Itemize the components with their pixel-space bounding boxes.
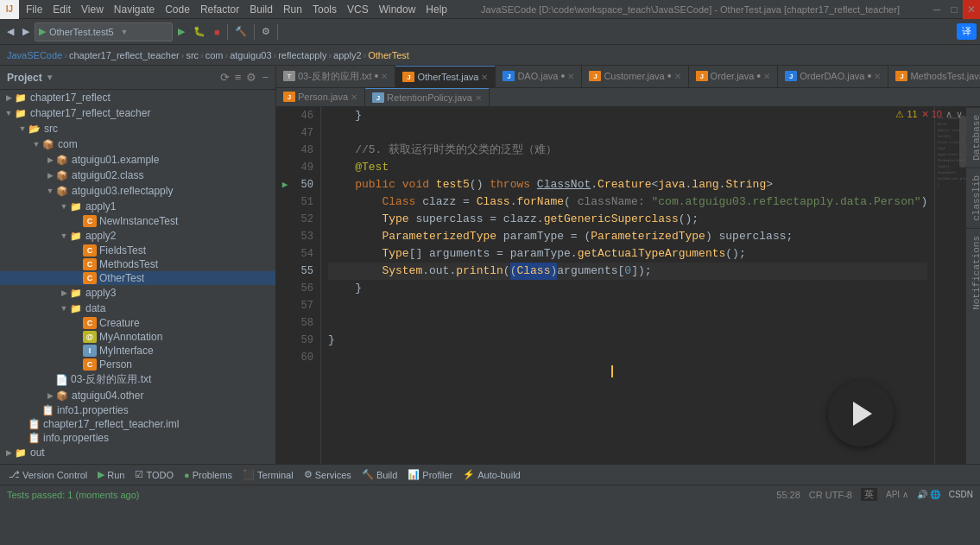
tab-orderdao[interactable]: J OrderDAO.java • ✕ xyxy=(778,66,888,87)
menu-run[interactable]: Run xyxy=(278,0,307,18)
tab-dao-close[interactable]: ✕ xyxy=(567,72,574,81)
toolbar-forward-btn[interactable]: ▶ xyxy=(19,24,33,39)
tree-item-src2[interactable]: 📂 src xyxy=(0,460,275,464)
stop-btn[interactable]: ■ xyxy=(211,25,224,39)
tree-item-FieldsTest[interactable]: C FieldsTest xyxy=(0,244,275,257)
run-btn-bottom[interactable]: ▶ Run xyxy=(92,468,130,481)
tree-item-atguigu01[interactable]: ▶ 📦 atguigu01.example xyxy=(0,152,275,168)
tree-item-atguigu03[interactable]: ▼ 📦 atguigu03.reflectapply xyxy=(0,183,275,199)
up-arrow-icon[interactable]: ∧ xyxy=(945,109,952,120)
sidebar-icon-hide[interactable]: − xyxy=(262,71,269,84)
tree-item-apply1[interactable]: ▼ 📁 apply1 xyxy=(0,199,275,214)
menu-edit[interactable]: Edit xyxy=(47,0,76,18)
version-control-btn[interactable]: ⎇ Version Control xyxy=(3,468,92,481)
tree-item-Creature[interactable]: C Creature xyxy=(0,316,275,330)
right-tab-database[interactable]: Database xyxy=(966,107,980,168)
minimize-btn[interactable]: ─ xyxy=(928,0,945,19)
tree-item-apply3[interactable]: ▶ 📁 apply3 xyxy=(0,285,275,301)
run-btn[interactable]: ▶ xyxy=(174,24,188,39)
tree-item-MyAnnotation[interactable]: @ MyAnnotation xyxy=(0,330,275,344)
breadcrumb-root[interactable]: JavaSECode xyxy=(7,50,62,60)
cursor-position[interactable]: 55:28 xyxy=(776,490,800,500)
tab-person[interactable]: J Person.java ✕ xyxy=(276,88,365,106)
run-config-dropdown[interactable]: ▶ OtherTest.test5 ▼ xyxy=(35,22,173,41)
sidebar-icon-settings[interactable]: ≡ xyxy=(235,71,242,84)
video-overlay[interactable] xyxy=(828,381,894,447)
tab-othertest[interactable]: J OtherTest.java ✕ xyxy=(395,66,496,87)
tree-item-OtherTest[interactable]: C OtherTest xyxy=(0,271,275,285)
toolbar-back-btn[interactable]: ◀ xyxy=(3,24,17,39)
minimap-scrollbar[interactable] xyxy=(959,116,966,168)
settings-btn[interactable]: ⚙ xyxy=(258,24,274,39)
menu-vcs[interactable]: VCS xyxy=(342,0,374,18)
tree-item-NewInstanceTest[interactable]: C NewInstanceTest xyxy=(0,214,275,228)
tree-item-chapter17-reflect[interactable]: ▶ 📁 chapter17_reflect xyxy=(0,90,275,105)
tree-item-MethodsTest[interactable]: C MethodsTest xyxy=(0,257,275,271)
tab-txt-close[interactable]: ✕ xyxy=(381,72,388,81)
breadcrumb-reflectapply[interactable]: reflectapply xyxy=(278,50,326,60)
close-btn[interactable]: ✕ xyxy=(963,0,980,19)
menu-refactor[interactable]: Refactor xyxy=(195,0,244,18)
breadcrumb-src[interactable]: src xyxy=(186,50,199,60)
tab-methodstest[interactable]: J MethodsTest.java • ✕ xyxy=(888,66,980,87)
menu-help[interactable]: Help xyxy=(420,0,452,18)
run-gutter-icon[interactable]: ▶ xyxy=(282,176,288,193)
sidebar-icon-gear[interactable]: ⚙ xyxy=(246,71,256,84)
gutter-line-50[interactable]: ▶ xyxy=(276,176,294,193)
tree-item-atguigu04[interactable]: ▶ 📦 atguigu04.other xyxy=(0,388,275,403)
build-btn-bottom[interactable]: 🔨 Build xyxy=(357,468,402,481)
tab-othertest-close[interactable]: ✕ xyxy=(481,73,488,82)
tree-item-chapter17-reflect-teacher[interactable]: ▼ 📁 chapter17_reflect_teacher xyxy=(0,105,275,121)
tree-item-Person[interactable]: C Person xyxy=(0,358,275,371)
tab-customer-close[interactable]: ✕ xyxy=(674,72,681,81)
maximize-btn[interactable]: □ xyxy=(945,0,963,19)
tree-item-info2[interactable]: 📋 info.properties xyxy=(0,431,275,445)
tree-item-atguigu02[interactable]: ▶ 📦 atguigu02.class xyxy=(0,168,275,183)
right-tab-classlib[interactable]: classlib xyxy=(966,168,980,228)
auto-build-btn[interactable]: ⚡ Auto-build xyxy=(458,468,526,481)
tree-item-txt[interactable]: 📄 03-反射的应用.txt xyxy=(0,371,275,388)
tree-item-iml[interactable]: 📋 chapter17_reflect_teacher.iml xyxy=(0,417,275,431)
breadcrumb-module[interactable]: chapter17_reflect_teacher xyxy=(69,50,180,60)
tab-txt[interactable]: T 03-反射的应用.txt • ✕ xyxy=(276,66,395,87)
tree-item-com[interactable]: ▼ 📦 com xyxy=(0,136,275,152)
tab-dao[interactable]: J DAO.java • ✕ xyxy=(496,66,582,87)
tree-item-apply2[interactable]: ▼ 📁 apply2 xyxy=(0,228,275,244)
services-btn[interactable]: ⚙ Services xyxy=(299,468,357,481)
tree-item-MyInterface[interactable]: I MyInterface xyxy=(0,344,275,358)
sidebar-icon-sync[interactable]: ⟳ xyxy=(220,71,230,84)
translate-icon[interactable]: 译 xyxy=(957,23,977,40)
profiler-btn[interactable]: 📊 Profiler xyxy=(402,468,458,481)
menu-tools[interactable]: Tools xyxy=(307,0,342,18)
down-arrow-icon[interactable]: ∨ xyxy=(956,109,963,120)
tab-orderdao-close[interactable]: ✕ xyxy=(874,72,881,81)
encoding-label[interactable]: CR UTF-8 xyxy=(809,490,852,500)
tree-item-out[interactable]: ▶ 📁 out xyxy=(0,445,275,460)
problems-btn[interactable]: ● Problems xyxy=(179,469,237,481)
ime-indicator[interactable]: 英 xyxy=(861,488,877,501)
build-btn[interactable]: 🔨 xyxy=(231,24,250,39)
tab-retentionpolicy[interactable]: J RetentionPolicy.java ✕ xyxy=(365,88,490,106)
menu-build[interactable]: Build xyxy=(244,0,278,18)
menu-view[interactable]: View xyxy=(76,0,109,18)
menu-window[interactable]: Window xyxy=(374,0,421,18)
breadcrumb-apply2[interactable]: apply2 xyxy=(333,50,361,60)
tab-person-close[interactable]: ✕ xyxy=(351,92,357,102)
editor-content[interactable]: ⚠ 11 ✕ 10 ∧ ∨ ▶ xyxy=(276,107,980,464)
menu-file[interactable]: File xyxy=(21,0,47,18)
menu-code[interactable]: Code xyxy=(160,0,195,18)
tree-item-info1[interactable]: 📋 info1.properties xyxy=(0,403,275,417)
breadcrumb-othertest[interactable]: OtherTest xyxy=(368,50,409,60)
menu-navigate[interactable]: Navigate xyxy=(109,0,160,18)
tab-order-close[interactable]: ✕ xyxy=(763,72,770,81)
tree-item-data[interactable]: ▼ 📁 data xyxy=(0,301,275,316)
sidebar-title-arrow[interactable]: ▼ xyxy=(46,73,54,82)
breadcrumb-com[interactable]: com xyxy=(205,50,224,60)
breadcrumb-atguigu[interactable]: atguigu03 xyxy=(230,50,271,60)
tab-retentionpolicy-close[interactable]: ✕ xyxy=(475,93,482,103)
debug-btn[interactable]: 🐛 xyxy=(190,24,209,39)
terminal-btn[interactable]: ⬛ Terminal xyxy=(237,468,299,481)
right-tab-notifications[interactable]: Notifications xyxy=(966,228,980,317)
todo-btn[interactable]: ☑ TODO xyxy=(130,468,179,481)
tab-order[interactable]: J Order.java • ✕ xyxy=(689,66,779,87)
